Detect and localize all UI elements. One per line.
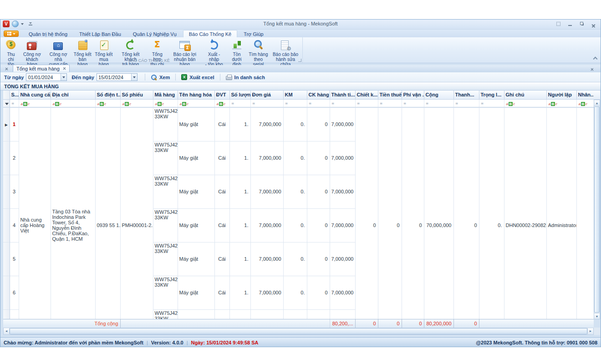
filter-cell-discount[interactable]: =: [355, 99, 378, 107]
cell-ck[interactable]: 0: [307, 107, 330, 141]
cell-staff[interactable]: [576, 107, 594, 319]
horizontal-scrollbar[interactable]: ◄ ►: [3, 328, 594, 335]
ribbon-button-sigma[interactable]: Tổng hợp thu chi: [147, 38, 168, 67]
cell-ship[interactable]: 0: [402, 107, 424, 319]
col-header-code[interactable]: Mã hàng: [153, 91, 178, 99]
filter-cell-paid[interactable]: =: [453, 99, 479, 107]
filter-cell-qty[interactable]: =: [229, 99, 250, 107]
cell-stt[interactable]: 4: [10, 208, 19, 242]
to-date-dropdown-button[interactable]: [131, 74, 137, 81]
cell-amount[interactable]: 7,000,000: [330, 107, 355, 141]
export-excel-button[interactable]: Xuất excel: [178, 73, 217, 81]
col-header-stt[interactable]: S...: [10, 91, 19, 99]
cell-code[interactable]: WW75J42 33KW: [153, 242, 178, 276]
cell-stt[interactable]: 5: [10, 242, 19, 276]
col-header-note[interactable]: Ghi chú: [504, 91, 546, 99]
row-indicator[interactable]: [3, 175, 10, 208]
vertical-scrollbar[interactable]: ▲ ▼: [594, 100, 600, 319]
cell-price[interactable]: 7,000,000: [250, 276, 283, 309]
cell-ck[interactable]: 0: [307, 175, 330, 208]
ribbon-tab-4[interactable]: Báo Cáo Thống Kê: [183, 30, 237, 37]
cell-phone[interactable]: 0939 55 1...: [95, 107, 120, 319]
col-header-price[interactable]: Đơn giá: [250, 91, 283, 99]
col-header-discount[interactable]: Chiết k...: [355, 91, 378, 99]
cell-km[interactable]: 0.: [283, 107, 307, 141]
col-header-supplier[interactable]: Nhà cung cấp: [19, 91, 51, 99]
scroll-left-icon[interactable]: ◄: [4, 328, 10, 334]
cell-qty[interactable]: 1.: [229, 242, 250, 276]
cell-code[interactable]: WW75J42 33KW: [153, 208, 178, 242]
cell-unit[interactable]: Cái: [214, 107, 229, 141]
cell-unit[interactable]: Cái: [214, 242, 229, 276]
filter-cell-phone[interactable]: aBc: [95, 99, 120, 107]
col-header-address[interactable]: Địa chỉ: [51, 91, 95, 99]
filter-cell-unit[interactable]: aBc: [214, 99, 229, 107]
filter-cell-code[interactable]: aBc: [153, 99, 178, 107]
cell-supplier[interactable]: Nhà cung cấp Hoàng Việt: [19, 107, 51, 319]
col-header-weight[interactable]: Trọng l...: [479, 91, 504, 99]
cell-name[interactable]: Máy giặt: [178, 107, 214, 141]
ribbon-button-purchase-checklist[interactable]: Tổng kết mua hàng: [93, 38, 115, 67]
cell-name[interactable]: Máy giặt: [178, 141, 214, 175]
filter-cell-staff[interactable]: aBc: [576, 99, 594, 107]
cell-unit[interactable]: Cái: [214, 276, 229, 309]
ribbon-button-stock-arrow[interactable]: Xuất - nhập - tồn kho: [202, 38, 227, 67]
cell-stt[interactable]: 2: [10, 141, 19, 175]
filter-cell-stt[interactable]: =: [10, 99, 19, 107]
horizontal-scroll-thumb[interactable]: [10, 328, 587, 334]
cell-price[interactable]: 7,000,000: [250, 208, 283, 242]
cell-total[interactable]: 70,000,000: [424, 107, 453, 319]
cell-unit[interactable]: Cái: [214, 175, 229, 208]
cell-price[interactable]: 7,000,000: [250, 242, 283, 276]
cell-km[interactable]: 0.: [283, 141, 307, 175]
scroll-right-icon[interactable]: ►: [587, 328, 593, 334]
cell-unit[interactable]: Cái: [214, 309, 229, 319]
ribbon-button-sales-note[interactable]: Tổng kết bán hàng: [72, 38, 93, 67]
filter-cell-tax[interactable]: =: [378, 99, 402, 107]
row-indicator[interactable]: [3, 141, 10, 175]
col-header-km[interactable]: KM: [283, 91, 307, 99]
cell-discount[interactable]: 0: [355, 107, 378, 319]
cell-qty[interactable]: 1.: [229, 208, 250, 242]
to-date-input[interactable]: [97, 74, 131, 81]
col-header-amount[interactable]: Thành ti...: [330, 91, 355, 99]
cell-ck[interactable]: 0: [307, 242, 330, 276]
cell-qty[interactable]: 1.: [229, 175, 250, 208]
filter-cell-total[interactable]: =: [424, 99, 453, 107]
dialog-launcher-icon[interactable]: [298, 59, 301, 62]
cell-code[interactable]: WW75J42 33KW: [153, 141, 178, 175]
row-indicator[interactable]: [3, 309, 10, 319]
row-indicator[interactable]: [3, 276, 10, 309]
col-header-phone[interactable]: Số điện t...: [95, 91, 120, 99]
cell-ck[interactable]: 0: [307, 141, 330, 175]
cell-receipt[interactable]: PMH00001-2...: [120, 107, 153, 319]
filter-cell-amount[interactable]: =: [330, 99, 355, 107]
cell-amount[interactable]: 7,000,000: [330, 242, 355, 276]
cell-stt[interactable]: 1: [10, 107, 19, 141]
ribbon-tab-2[interactable]: Thiết Lập Ban Đầu: [74, 30, 127, 37]
filter-cell-price[interactable]: =: [250, 99, 283, 107]
cell-amount[interactable]: 7,000,000: [330, 309, 355, 319]
cell-stt[interactable]: 6: [10, 276, 19, 309]
col-header-qty[interactable]: Số lượng: [229, 91, 250, 99]
col-header-total[interactable]: Cộng: [424, 91, 453, 99]
document-tab-active[interactable]: Tổng kết mua hàng: [13, 65, 70, 72]
cell-note[interactable]: DHN00002-290823: [504, 107, 546, 319]
ribbon-button-profit-table[interactable]: Báo cáo lợi nhuận bán hàng: [168, 38, 202, 67]
ribbon-button-return-arrow[interactable]: Tổng kết khách trả hàng: [115, 38, 147, 67]
cell-amount[interactable]: 7,000,000: [330, 141, 355, 175]
filter-cell-km[interactable]: =: [283, 99, 307, 107]
cell-amount[interactable]: 7,000,000: [330, 175, 355, 208]
col-header-staff[interactable]: Nhân...: [576, 91, 594, 99]
cell-name[interactable]: Máy giặt: [178, 309, 214, 319]
cell-km[interactable]: 0.: [283, 276, 307, 309]
row-indicator[interactable]: ▶: [3, 107, 10, 141]
filter-cell-receipt[interactable]: aBc: [120, 99, 153, 107]
ribbon-button-customer-debt[interactable]: Công nợ khách hàng: [20, 38, 45, 67]
col-header-ck[interactable]: CK hàng: [307, 91, 330, 99]
cell-ck[interactable]: 0: [307, 309, 330, 319]
scroll-down-icon[interactable]: ▼: [594, 313, 600, 319]
ribbon-button-supplier-debt[interactable]: Công nợ nhà cung cấp: [45, 38, 72, 67]
cell-name[interactable]: Máy giặt: [178, 175, 214, 208]
cell-price[interactable]: 7,000,000: [250, 141, 283, 175]
